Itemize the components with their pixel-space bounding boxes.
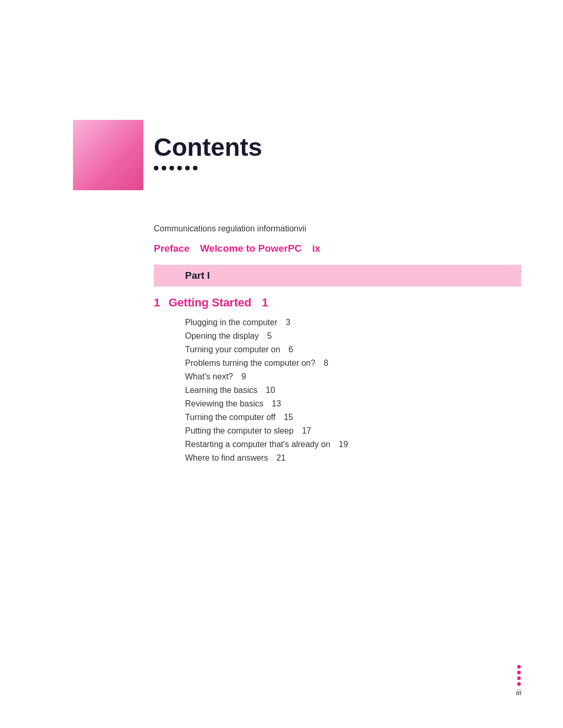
chapter-one-heading: 1 Getting Started 1: [154, 296, 521, 310]
footer-dot-2: [517, 671, 521, 674]
sub-entries-list: Plugging in the computer3Opening the dis…: [185, 318, 521, 463]
content-area: Communications regulation information vi…: [154, 224, 521, 467]
dot-6: [193, 166, 198, 170]
sub-entry-text: What's next?: [185, 372, 233, 381]
list-item: Problems turning the computer on?8: [185, 359, 521, 368]
sub-entry-text: Reviewing the basics: [185, 399, 263, 409]
sub-entry-text: Plugging in the computer: [185, 318, 277, 327]
comm-entry: Communications regulation information vi…: [154, 224, 521, 233]
decorative-pink-square: [73, 120, 143, 190]
part-one-label: Part I: [185, 270, 210, 281]
footer-dots: [517, 665, 521, 686]
comm-entry-page: vii: [298, 224, 306, 233]
sub-entry-text: Where to find answers: [185, 453, 268, 463]
preface-label: Preface: [154, 243, 190, 254]
list-item: Putting the computer to sleep17: [185, 426, 521, 436]
preface-page: ix: [312, 243, 321, 254]
chapter-page: 1: [262, 296, 268, 310]
part-one-bar: Part I: [154, 265, 521, 287]
footer-page-number: iii: [516, 688, 521, 697]
preface-title: Welcome to PowerPC: [200, 243, 302, 254]
sub-entry-page: 10: [266, 386, 275, 395]
footer-dot-3: [517, 676, 521, 680]
sub-entry-text: Opening the display: [185, 331, 259, 341]
list-item: Where to find answers21: [185, 453, 521, 463]
list-item: Learning the basics10: [185, 386, 521, 395]
comm-entry-text: Communications regulation information: [154, 224, 298, 233]
sub-entry-page: 3: [286, 318, 290, 327]
list-item: Reviewing the basics13: [185, 399, 521, 409]
dot-5: [185, 166, 190, 170]
sub-entry-page: 17: [302, 426, 311, 436]
sub-entry-page: 6: [289, 345, 293, 354]
sub-entry-page: 9: [241, 372, 246, 381]
footer-dot-4: [517, 682, 521, 686]
sub-entry-page: 15: [284, 413, 293, 422]
sub-entry-page: 8: [324, 359, 328, 368]
list-item: What's next?9: [185, 372, 521, 381]
list-item: Opening the display5: [185, 331, 521, 341]
page-container: Contents Communications regulation infor…: [0, 0, 563, 728]
sub-entry-text: Problems turning the computer on?: [185, 359, 315, 368]
list-item: Turning your computer on6: [185, 345, 521, 354]
sub-entry-page: 21: [276, 453, 286, 463]
contents-header: Contents: [154, 133, 262, 170]
sub-entry-page: 13: [272, 399, 281, 409]
page-title: Contents: [154, 133, 262, 162]
chapter-num: 1: [154, 296, 160, 310]
footer-dot-1: [517, 665, 521, 669]
dots-decoration: [154, 166, 262, 170]
sub-entry-text: Learning the basics: [185, 386, 258, 395]
page-footer: iii: [516, 665, 521, 697]
sub-entry-page: 19: [339, 440, 348, 449]
chapter-title: Getting Started: [168, 296, 251, 310]
sub-entry-page: 5: [267, 331, 272, 341]
dot-3: [169, 166, 174, 170]
list-item: Turning the computer off15: [185, 413, 521, 422]
dot-1: [154, 166, 158, 170]
sub-entry-text: Turning your computer on: [185, 345, 280, 354]
sub-entry-text: Turning the computer off: [185, 413, 275, 422]
preface-line: Preface Welcome to PowerPC ix: [154, 243, 521, 254]
sub-entry-text: Restarting a computer that's already on: [185, 440, 331, 449]
list-item: Plugging in the computer3: [185, 318, 521, 327]
sub-entry-text: Putting the computer to sleep: [185, 426, 293, 436]
dot-2: [162, 166, 166, 170]
list-item: Restarting a computer that's already on1…: [185, 440, 521, 449]
dot-4: [177, 166, 182, 170]
